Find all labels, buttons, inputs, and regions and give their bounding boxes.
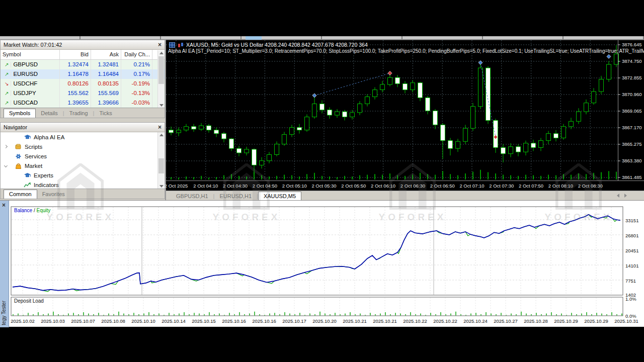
price-axis-labels: 3876.6453874.7503872.8553870.9603869.065… [618, 42, 642, 180]
strategy-tester-label: tegy Tester [1, 301, 7, 325]
time-label: 2 Oct 06:50 [430, 183, 455, 189]
expert-icon [24, 134, 31, 141]
strategy-tester-panel: × tegy Tester Balance / Equity Deposit L… [0, 200, 644, 327]
column-header-symbol[interactable]: Symbol [1, 50, 60, 59]
legend-balance: Balance [14, 208, 32, 213]
balance-equity-legend: Balance / Equity [14, 208, 50, 213]
balance-equity-chart[interactable] [0, 201, 644, 327]
tab-ticks[interactable]: Ticks [94, 109, 117, 118]
svg-text:3869.065: 3869.065 [622, 108, 642, 114]
scroll-thumb[interactable] [158, 56, 164, 84]
tab-trading[interactable]: Trading [64, 109, 93, 118]
tester-value-label: 33151 [625, 218, 638, 223]
market-watch-panel: Market Watch: 07:01:42 × SymbolBidAskDai… [0, 40, 165, 118]
tab-scroll-left-icon[interactable] [617, 194, 619, 198]
bid-cell: 1.32474 [60, 60, 91, 69]
daily-change-cell: -0.19% [121, 79, 152, 88]
deposit-load-label: Deposit Load [14, 298, 44, 304]
navigator-item-market[interactable]: Market [1, 161, 165, 170]
trend-up-icon: ↗ [3, 100, 11, 106]
navigator-item-experts[interactable]: Experts [1, 170, 165, 180]
tester-date-label: 2025.10.14 [162, 318, 186, 324]
ea-parameters-line: Alpha AI EA [ST_Period=10; ST_Multiplier… [168, 48, 644, 54]
market-watch-row-gbpusd[interactable]: ↗GBPUSD1.324741.324810.21% [1, 60, 165, 69]
time-label: 2 Oct 04:50 [253, 183, 277, 189]
navigator-item-alphaaiea[interactable]: Alpha AI EA [1, 132, 165, 142]
tester-date-label: 2025.10.21 [373, 318, 397, 324]
navigator-item-label: Scripts [25, 144, 42, 150]
navigator-item-scripts[interactable]: Scripts [1, 142, 165, 151]
toolbar-highlight [246, 36, 262, 40]
navigator-scrollbar[interactable] [157, 132, 164, 189]
services-icon [15, 153, 22, 160]
column-header-bid[interactable]: Bid [60, 50, 91, 59]
expander-spacer [5, 155, 7, 157]
trade-lines [314, 63, 496, 137]
svg-text:3876.645: 3876.645 [622, 42, 642, 47]
chart-tab-xauusdm5[interactable]: XAUUSD,M5 [258, 192, 301, 201]
trend-down-icon: ↘ [3, 81, 11, 86]
tester-value-label: 20451 [625, 248, 638, 253]
scroll-down-icon[interactable] [159, 185, 164, 188]
trend-up-icon: ↗ [3, 90, 11, 96]
column-header-ask[interactable]: Ask [91, 50, 121, 59]
bid-cell: 155.562 [60, 88, 91, 98]
tester-date-label: 2025.10.15 [192, 318, 216, 324]
scroll-up-icon[interactable] [159, 52, 164, 54]
market-watch-title: Market Watch: 07:01:42 [4, 40, 62, 49]
chart-tabs-bar: GBPUSD,H1|EURUSD,H1|XAUUSD,M5 [166, 191, 644, 201]
navigator-item-services[interactable]: Services [1, 151, 165, 161]
navigator-item-label: Market [25, 163, 42, 169]
tester-date-label: 2025.10.10 [131, 318, 155, 324]
scroll-down-icon[interactable] [159, 104, 164, 107]
trend-up-icon: ↗ [3, 62, 11, 67]
strategy-tester-sidebar[interactable]: × tegy Tester [0, 201, 9, 327]
deposit-pct-label: 1.0% [625, 296, 636, 302]
strategy-tester-close-icon[interactable]: × [2, 203, 6, 208]
top-band [0, 0, 644, 36]
tab-symbols[interactable]: Symbols [4, 109, 36, 118]
chart-tab-eurusdh1[interactable]: EURUSD,H1 [214, 192, 257, 201]
svg-text:3863.380: 3863.380 [622, 158, 642, 163]
navigator-item-label: Services [25, 153, 47, 159]
bid-cell: 1.16478 [60, 69, 91, 79]
chart-tab-gbpusdh1[interactable]: GBPUSD,H1 [171, 192, 213, 201]
expander-spacer [5, 184, 7, 186]
column-header-dailych[interactable]: Daily Ch... [121, 50, 152, 59]
time-label: 2 Oct 07:10 [459, 183, 484, 189]
tab-favorites[interactable]: Favorites [37, 190, 70, 199]
market-watch-row-usdjpy[interactable]: ↗USDJPY155.562155.569-0.13% [1, 88, 165, 98]
tester-date-label: 2025.10.08 [101, 318, 125, 324]
svg-text:3872.855: 3872.855 [622, 75, 642, 80]
tab-scroll-right-icon[interactable] [624, 194, 627, 198]
bottom-band [0, 327, 644, 362]
tab-common[interactable]: Common [4, 190, 37, 199]
market-watch-row-eurusd[interactable]: ↗EURUSD1.164781.164840.17% [1, 69, 165, 79]
scripts-icon [15, 143, 22, 150]
scroll-thumb[interactable] [158, 158, 164, 173]
candles [169, 45, 619, 174]
market-watch-row-usdcad[interactable]: ↗USDCAD1.396551.39666-0.03% [1, 98, 165, 108]
time-label: 2 Oct 06:30 [400, 183, 425, 189]
svg-text:3867.170: 3867.170 [622, 125, 642, 130]
candlestick-chart[interactable]: 3876.6453874.7503872.8553870.9603869.065… [166, 40, 644, 180]
deposit-box [11, 297, 623, 316]
time-label: 2 Oct 04:30 [223, 183, 248, 189]
market-watch-scrollbar[interactable] [157, 50, 164, 108]
navigator-title: Navigator [4, 123, 27, 132]
expander-down-icon[interactable] [4, 164, 8, 167]
chart-tab-scroll[interactable] [617, 194, 627, 198]
navigator-close-icon[interactable]: × [158, 125, 162, 130]
time-label: 2 Oct 2025 [165, 183, 188, 189]
chart-window[interactable]: 3876.6453874.7503872.8553870.9603869.065… [166, 40, 644, 200]
navigator-panel: Navigator × Alpha AI EAScriptsServicesMa… [0, 122, 165, 199]
scroll-up-icon[interactable] [159, 134, 164, 136]
tab-details[interactable]: Details [36, 109, 63, 118]
tester-date-label: 2025.10.28 [524, 318, 548, 324]
expander-right-icon[interactable] [4, 145, 8, 148]
daily-change-cell: -0.03% [121, 98, 152, 108]
market-watch-close-icon[interactable]: × [158, 42, 162, 47]
tester-date-label: 2025.10.07 [71, 318, 95, 324]
market-watch-row-usdchf[interactable]: ↘USDCHF0.801260.80135-0.19% [1, 79, 165, 88]
tester-date-label: 2025.10.31 [614, 318, 638, 324]
